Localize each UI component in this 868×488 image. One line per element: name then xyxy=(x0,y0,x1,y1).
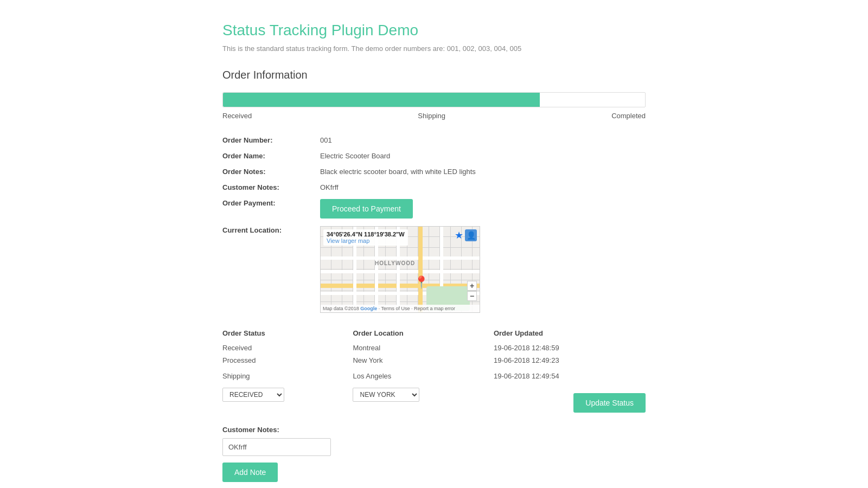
map-pin: 📍 xyxy=(414,275,429,290)
page-subtitle: This is the standard status tracking for… xyxy=(222,44,646,53)
progress-label-completed: Completed xyxy=(611,112,646,120)
map-footer: Map data ©2018 Google · Terms of Use · R… xyxy=(321,305,480,312)
table-row: ReceivedMontreal19-06-2018 12:48:59 xyxy=(222,342,646,354)
map-label-hollywood: HOLLYWOOD xyxy=(375,260,415,266)
map-road xyxy=(321,256,480,260)
table-row: ShippingLos Angeles19-06-2018 12:49:54 xyxy=(222,367,646,382)
current-location-label: Current Location: xyxy=(222,226,320,234)
order-number-value: 001 xyxy=(320,136,332,144)
customer-notes-section: Customer Notes: Add Note xyxy=(222,426,646,482)
col-header-location: Order Location xyxy=(353,329,493,342)
order-number-label: Order Number: xyxy=(222,136,320,144)
map-zoom-in-button[interactable]: + xyxy=(467,281,477,291)
status-table: Order Status Order Location Order Update… xyxy=(222,329,646,415)
order-name-label: Order Name: xyxy=(222,152,320,160)
progress-container: Received Shipping Completed xyxy=(222,92,646,120)
order-notes-row: Order Notes: Black electric scooter boar… xyxy=(222,168,646,176)
current-location-row: Current Location: HOLLYWOOD xyxy=(222,226,646,313)
update-status-button[interactable]: Update Status xyxy=(573,393,646,413)
location-select[interactable]: NEW YORKMONTREALLOS ANGELES xyxy=(353,388,419,402)
customer-notes-value: OKfrff xyxy=(320,183,339,191)
table-row: ProcessedNew York19-06-2018 12:49:23 xyxy=(222,354,646,367)
add-note-button[interactable]: Add Note xyxy=(222,463,278,482)
order-name-row: Order Name: Electric Scooter Board xyxy=(222,152,646,160)
page-title: Status Tracking Plugin Demo xyxy=(222,22,646,39)
progress-label-received: Received xyxy=(222,112,252,120)
map-zoom-controls: + − xyxy=(467,281,477,301)
proceed-to-payment-button[interactable]: Proceed to Payment xyxy=(320,199,413,219)
map-coordinates: 34°05'26.4"N 118°19'38.2"W xyxy=(327,231,405,237)
cell-status: Processed xyxy=(222,354,353,367)
map-road xyxy=(321,270,480,273)
cell-status: Shipping xyxy=(222,367,353,382)
cell-updated: 19-06-2018 12:48:59 xyxy=(494,342,646,354)
google-logo: Google xyxy=(360,306,377,311)
map-data-text: Map data ©2018 Google · Terms of Use · R… xyxy=(323,306,455,311)
order-payment-row: Order Payment: Proceed to Payment xyxy=(222,199,646,219)
order-info: Order Number: 001 Order Name: Electric S… xyxy=(222,136,646,313)
order-payment-label: Order Payment: xyxy=(222,199,320,207)
customer-notes-row: Customer Notes: OKfrff xyxy=(222,183,646,191)
order-notes-value: Black electric scooter board, with white… xyxy=(320,168,476,176)
map-container[interactable]: HOLLYWOOD 📍 34°05'26.4"N 118°19'38.2"W V… xyxy=(320,226,480,313)
progress-label-shipping: Shipping xyxy=(418,112,445,120)
map-road-yellow-v xyxy=(418,227,423,312)
map-coords-overlay: 34°05'26.4"N 118°19'38.2"W View larger m… xyxy=(323,229,408,246)
customer-notes-input[interactable] xyxy=(222,438,331,456)
map-person-icon: 👤 xyxy=(465,229,477,241)
page-wrapper: Status Tracking Plugin Demo This is the … xyxy=(190,0,678,488)
customer-notes-label-bottom: Customer Notes: xyxy=(222,426,646,434)
status-select[interactable]: RECEIVEDPROCESSEDSHIPPINGCOMPLETED xyxy=(222,388,284,402)
progress-bar-wrapper xyxy=(222,92,646,107)
order-name-value: Electric Scooter Board xyxy=(320,152,390,160)
cell-location: Los Angeles xyxy=(353,367,493,382)
map-zoom-out-button[interactable]: − xyxy=(467,291,477,301)
customer-notes-label: Customer Notes: xyxy=(222,183,320,191)
cell-location: New York xyxy=(353,354,493,367)
col-header-updated: Order Updated xyxy=(494,329,646,342)
progress-labels: Received Shipping Completed xyxy=(222,112,646,120)
cell-status: Received xyxy=(222,342,353,354)
cell-updated: 19-06-2018 12:49:54 xyxy=(494,367,646,382)
cell-location: Montreal xyxy=(353,342,493,354)
cell-updated: 19-06-2018 12:49:23 xyxy=(494,354,646,367)
order-number-row: Order Number: 001 xyxy=(222,136,646,144)
view-larger-map-link[interactable]: View larger map xyxy=(327,237,369,244)
map-star-icon: ★ xyxy=(455,229,463,241)
col-header-status: Order Status xyxy=(222,329,353,342)
order-notes-label: Order Notes: xyxy=(222,168,320,176)
section-title: Order Information xyxy=(222,69,646,81)
progress-bar-fill xyxy=(223,93,540,107)
